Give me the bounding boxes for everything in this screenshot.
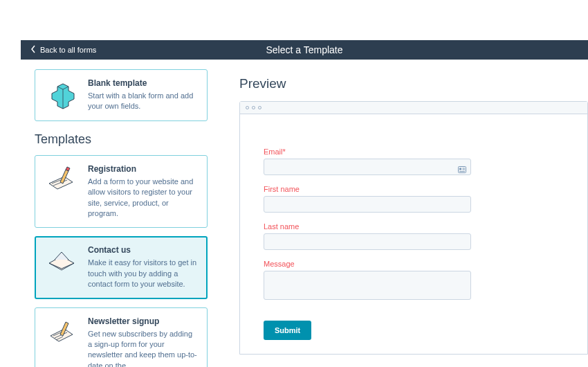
- window-dot-icon: [252, 106, 255, 109]
- card-title: Blank template: [88, 78, 197, 88]
- chevron-left-icon: [30, 45, 36, 55]
- preview-heading: Preview: [239, 76, 588, 91]
- first-name-label: First name: [264, 185, 564, 193]
- card-desc: Add a form to your website and allow vis…: [88, 177, 197, 220]
- message-label: Message: [264, 260, 564, 268]
- newspaper-pen-icon: [45, 316, 78, 350]
- submit-button[interactable]: Submit: [264, 321, 311, 340]
- plus-block-icon: [45, 78, 78, 111]
- template-card-blank[interactable]: Blank template Start with a blank form a…: [35, 69, 208, 121]
- card-desc: Start with a blank form and add your own…: [88, 91, 197, 112]
- last-name-label: Last name: [264, 222, 564, 231]
- preview-form: Email* First name Last name: [240, 114, 587, 354]
- template-card-contact-us[interactable]: Contact us Make it easy for visitors to …: [35, 236, 208, 298]
- envelope-icon: [45, 245, 78, 278]
- last-name-field[interactable]: [264, 233, 471, 250]
- back-button[interactable]: Back to all forms: [21, 45, 96, 55]
- window-dot-icon: [258, 106, 261, 109]
- first-name-field[interactable]: [264, 196, 471, 213]
- templates-heading: Templates: [35, 132, 208, 147]
- window-dot-icon: [246, 106, 249, 109]
- preview-pane: Preview Email*: [228, 60, 588, 367]
- browser-chrome: [240, 102, 587, 114]
- template-card-newsletter[interactable]: Newsletter signup Get new subscribers by…: [35, 307, 208, 367]
- card-desc: Get new subscribers by adding a sign-up …: [88, 329, 197, 367]
- email-label: Email*: [264, 147, 564, 156]
- card-desc: Make it easy for visitors to get in touc…: [88, 258, 197, 289]
- back-label: Back to all forms: [40, 46, 96, 54]
- card-title: Contact us: [88, 245, 197, 255]
- template-card-registration[interactable]: Registration Add a form to your website …: [35, 155, 208, 229]
- page-title: Select a Template: [266, 44, 342, 55]
- message-field[interactable]: [264, 271, 471, 300]
- preview-browser: Email* First name Last name: [239, 101, 588, 355]
- card-title: Newsletter signup: [88, 316, 197, 326]
- sidebar: Blank template Start with a blank form a…: [21, 60, 228, 367]
- top-bar: Back to all forms Select a Template: [21, 40, 588, 60]
- contact-card-icon: [458, 163, 466, 170]
- clipboard-pen-icon: [45, 164, 78, 197]
- email-field[interactable]: [264, 159, 471, 175]
- svg-rect-1: [459, 168, 461, 170]
- card-title: Registration: [88, 164, 197, 174]
